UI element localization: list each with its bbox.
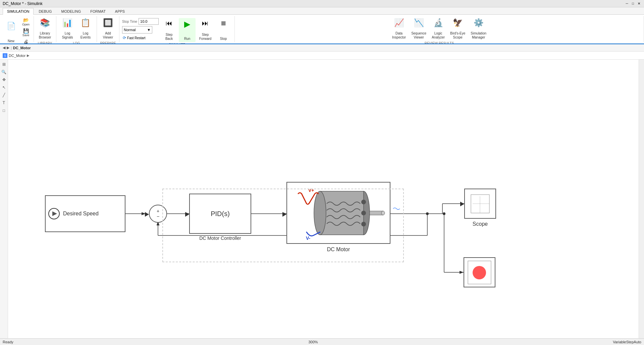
library-browser-button[interactable]: 📚 Library Browser — [37, 17, 53, 41]
pid-controller-block[interactable]: PID(s) — [189, 194, 251, 234]
simulation-manager-button[interactable]: ⚙️ Simulation Manager — [469, 17, 488, 41]
sum-symbol: +− — [157, 208, 159, 219]
arrow-to-pid — [185, 212, 189, 217]
file-group-vert: 📂 Open 💾 Save 🖨 Print — [21, 17, 31, 44]
tab-apps[interactable]: APPS — [111, 8, 129, 14]
step-forward-button[interactable]: ⏭ Step Forward — [197, 18, 214, 42]
fast-restart-label: Fast Restart — [127, 36, 145, 40]
svg-point-20 — [361, 200, 366, 204]
play-triangle-icon — [52, 211, 57, 216]
normal-dropdown[interactable]: Normal ▼ — [122, 26, 152, 33]
review-section-label: REVIEW RESULTS — [425, 42, 454, 44]
close-button[interactable]: ✕ — [637, 1, 641, 6]
tab-modeling[interactable]: MODELING — [57, 8, 86, 14]
scope-block[interactable] — [464, 189, 496, 219]
svg-text:V-: V- — [306, 235, 311, 241]
logic-analyzer-button[interactable]: 🔬 Logic Analyzer — [430, 17, 447, 41]
scope-svg — [469, 193, 491, 215]
zoom-level: 300% — [308, 340, 318, 344]
run-button[interactable]: ▶ Run — [179, 18, 196, 42]
stop-time-label: Stop Time — [122, 20, 137, 23]
zoom-fit-button[interactable]: ⊞ — [1, 61, 7, 68]
pid-formula: PID(s) — [211, 210, 230, 218]
line-button[interactable]: ╱ — [1, 92, 7, 98]
step-back-button[interactable]: ⏮ Step Back — [161, 18, 177, 42]
add-viewer-button[interactable]: 🔲 Add Viewer — [100, 17, 116, 41]
sequence-viewer-icon: 📉 — [414, 18, 424, 27]
svg-point-22 — [361, 222, 366, 226]
desired-speed-block[interactable]: Desired Speed — [45, 195, 125, 232]
log-section-content: 📊 Log Signals 📋 Log Events — [59, 17, 94, 41]
birds-eye-button[interactable]: 🦅 Bird's-Eye Scope — [448, 17, 467, 41]
normal-label: Normal — [124, 28, 136, 32]
log-events-button[interactable]: 📋 Log Events — [77, 17, 94, 41]
breadcrumb-bar: ◀ ▶ | DC_Motor — [0, 44, 644, 52]
svg-point-17 — [314, 191, 326, 235]
right-scrollbar[interactable] — [639, 60, 644, 338]
sequence-viewer-button[interactable]: 📉 Sequence Viewer — [409, 17, 428, 41]
text-button[interactable]: T — [1, 99, 7, 106]
ribbon-toolbar: 📄 New 📂 Open 💾 Save 🖨 Print FILE — [0, 15, 644, 44]
solver-status: VariableStepAuto — [613, 340, 641, 344]
prepare-section-label: PREPARE — [100, 42, 116, 44]
log-signals-button[interactable]: 📊 Log Signals — [59, 17, 76, 41]
canvas[interactable]: Desired Speed +− PID(s) DC Motor Control… — [8, 60, 639, 338]
status-text: Ready — [3, 340, 13, 344]
stop-time-input[interactable] — [139, 18, 159, 25]
pan-button[interactable]: ✥ — [1, 76, 7, 83]
save-label: Save — [22, 33, 30, 37]
library-icon: 📚 — [40, 18, 50, 27]
step-forward-icon: ⏭ — [202, 19, 209, 27]
save-button[interactable]: 💾 Save — [21, 27, 31, 38]
zoom-in-button[interactable]: 🔍 — [1, 69, 7, 75]
new-button[interactable]: 📄 New — [3, 20, 19, 44]
desired-speed-label: Desired Speed — [63, 211, 99, 217]
tab-simulation[interactable]: SIMULATION — [3, 8, 34, 15]
review-section-content: 📈 Data Inspector 📉 Sequence Viewer 🔬 Log… — [390, 17, 488, 41]
simulate-section: Stop Time Normal ▼ ⟳ Fast Restart ⏮ Step… — [119, 16, 235, 42]
record-block[interactable] — [464, 257, 495, 287]
block-button[interactable]: □ — [1, 107, 7, 114]
left-toolbar: ⊞ 🔍 ✥ ↖ ╱ T □ — [0, 60, 8, 338]
stop-icon: ⏹ — [220, 19, 227, 27]
fast-restart-icon: ⟳ — [123, 36, 126, 40]
svg-point-21 — [361, 211, 366, 215]
arrow-to-dc-motor — [282, 212, 286, 217]
tab-format[interactable]: FORMAT — [86, 8, 110, 14]
maximize-button[interactable]: □ — [631, 1, 635, 6]
breadcrumb-separator: | — [11, 46, 12, 50]
svg-text:V+: V+ — [308, 188, 314, 193]
new-label: New — [8, 39, 14, 43]
print-button[interactable]: 🖨 Print — [21, 38, 31, 44]
minimize-button[interactable]: ─ — [625, 1, 629, 6]
model-arrow-icon: ▶ — [27, 54, 30, 57]
breadcrumb-nav-left[interactable]: ◀ — [3, 46, 5, 50]
svg-rect-16 — [320, 191, 364, 235]
svg-rect-18 — [370, 211, 383, 215]
select-button[interactable]: ↖ — [1, 84, 7, 91]
breadcrumb-nav-right[interactable]: ▶ — [7, 46, 9, 50]
open-button[interactable]: 📂 Open — [21, 17, 31, 27]
arrow-to-sum — [145, 212, 149, 217]
data-inspector-icon: 📈 — [394, 18, 404, 27]
tab-debug[interactable]: DEBUG — [34, 8, 56, 14]
dc-motor-block[interactable]: V+ V- — [286, 182, 390, 244]
sum-block[interactable]: +− — [149, 205, 167, 223]
fast-restart-button[interactable]: ⟳ Fast Restart — [122, 35, 159, 41]
model-icon: S — [3, 53, 7, 58]
print-icon: 🖨 — [23, 39, 28, 44]
breadcrumb-current: DC_Motor — [13, 46, 31, 50]
dropdown-arrow-icon: ▼ — [147, 28, 151, 32]
scope-label: Scope — [464, 221, 496, 227]
svg-point-29 — [473, 266, 486, 279]
title-bar: DC_Motor * - Simulink ─ □ ✕ — [0, 0, 644, 7]
log-section-label: LOG — [73, 42, 80, 44]
pid-controller-label: DC Motor Controller — [189, 235, 251, 241]
library-section-label: LIBRARY — [38, 42, 52, 44]
library-label: Library Browser — [39, 31, 51, 40]
stop-button[interactable]: ⏹ Stop — [215, 18, 232, 42]
record-svg — [467, 260, 492, 285]
birds-eye-icon: 🦅 — [453, 18, 463, 27]
data-inspector-button[interactable]: 📈 Data Inspector — [390, 17, 408, 41]
logic-analyzer-icon: 🔬 — [433, 18, 443, 27]
